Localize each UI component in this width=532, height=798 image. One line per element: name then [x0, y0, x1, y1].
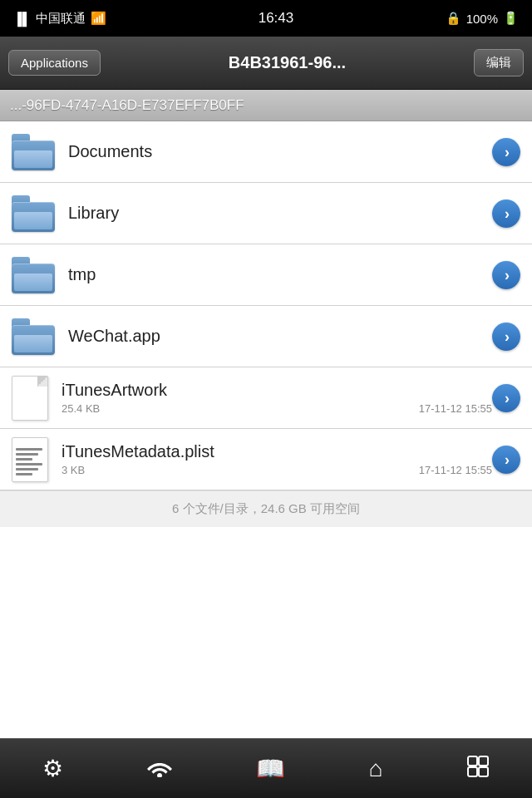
edit-button[interactable]: 编辑 — [474, 49, 524, 76]
chevron-right-icon: › — [505, 391, 510, 406]
signal-icon: ▐▌ — [13, 12, 31, 26]
file-info: iTunesMetadata.plist 3 KB 17-11-12 15:55 — [62, 442, 492, 476]
nav-bar: Applications B4B31961-96... 编辑 — [0, 37, 532, 90]
file-name: WeChat.app — [68, 327, 492, 346]
folder-icon — [12, 318, 55, 355]
status-left: ▐▌ 中国联通 📶 — [13, 11, 106, 27]
tab-home[interactable]: ⌂ — [352, 751, 400, 787]
status-bar: ▐▌ 中国联通 📶 16:43 🔒 100% 🔋 — [0, 0, 532, 37]
back-button[interactable]: Applications — [8, 50, 101, 76]
footer-status: 6 个文件/目录，24.6 GB 可用空间 — [0, 490, 532, 527]
tab-wifi[interactable] — [131, 751, 189, 787]
file-name: iTunesMetadata.plist — [62, 442, 492, 461]
file-info: WeChat.app — [68, 327, 492, 346]
wifi-icon: 📶 — [91, 11, 106, 26]
list-item[interactable]: iTunesMetadata.plist 3 KB 17-11-12 15:55… — [0, 429, 532, 490]
file-name: Documents — [68, 142, 492, 161]
doc-icon — [12, 376, 48, 421]
nav-title: B4B31961-96... — [101, 53, 474, 72]
file-name: tmp — [68, 265, 492, 284]
home-icon: ⌂ — [369, 757, 383, 781]
list-item[interactable]: Documents › — [0, 121, 532, 183]
file-meta: 3 KB 17-11-12 15:55 — [62, 464, 492, 476]
tab-windows[interactable] — [450, 748, 506, 789]
battery-label: 100% — [466, 12, 498, 26]
folder-icon — [12, 257, 55, 293]
folder-icon — [12, 195, 55, 232]
status-time: 16:43 — [259, 10, 294, 27]
chevron-button[interactable]: › — [492, 138, 520, 166]
book-icon: 📖 — [256, 757, 285, 781]
footer-text: 6 个文件/目录，24.6 GB 可用空间 — [172, 501, 360, 517]
settings-icon: ⚙ — [42, 757, 63, 781]
chevron-right-icon: › — [505, 206, 510, 221]
file-size: 25.4 KB — [62, 402, 100, 415]
wifi-tab-icon — [147, 757, 172, 781]
list-item[interactable]: tmp › — [0, 244, 532, 306]
tab-book[interactable]: 📖 — [239, 751, 302, 787]
plist-icon — [12, 437, 48, 482]
file-list: Documents › Library › — [0, 121, 532, 490]
svg-rect-2 — [468, 767, 477, 776]
windows-icon — [466, 755, 490, 782]
file-name: iTunesArtwork — [62, 381, 492, 400]
file-date: 17-11-12 15:55 — [419, 402, 492, 415]
chevron-right-icon: › — [505, 329, 510, 344]
list-item[interactable]: Library › — [0, 183, 532, 244]
lock-icon: 🔒 — [446, 11, 461, 26]
chevron-right-icon: › — [505, 268, 510, 283]
file-size: 3 KB — [62, 464, 85, 476]
list-item[interactable]: WeChat.app › — [0, 306, 532, 367]
sub-header: ...-96FD-4747-A16D-E737EFF7B0FF — [0, 90, 532, 121]
path-label: ...-96FD-4747-A16D-E737EFF7B0FF — [10, 97, 244, 114]
status-right: 🔒 100% 🔋 — [446, 11, 519, 26]
chevron-button[interactable]: › — [492, 261, 520, 289]
chevron-button[interactable]: › — [492, 384, 520, 412]
chevron-button[interactable]: › — [492, 323, 520, 351]
file-meta: 25.4 KB 17-11-12 15:55 — [62, 402, 492, 415]
chevron-button[interactable]: › — [492, 446, 520, 474]
carrier-label: 中国联通 — [36, 11, 86, 27]
folder-icon — [12, 134, 55, 170]
file-info: Library — [68, 204, 492, 223]
svg-rect-1 — [479, 756, 488, 766]
svg-rect-3 — [479, 767, 488, 776]
tab-bar: ⚙ 📖 ⌂ — [0, 738, 532, 798]
file-date: 17-11-12 15:55 — [419, 464, 492, 476]
file-info: Documents — [68, 142, 492, 161]
list-item[interactable]: iTunesArtwork 25.4 KB 17-11-12 15:55 › — [0, 367, 532, 429]
svg-rect-0 — [468, 756, 477, 766]
chevron-right-icon: › — [505, 452, 510, 467]
battery-icon: 🔋 — [503, 11, 519, 26]
chevron-button[interactable]: › — [492, 200, 520, 228]
file-info: iTunesArtwork 25.4 KB 17-11-12 15:55 — [62, 381, 492, 415]
chevron-right-icon: › — [505, 145, 510, 160]
file-name: Library — [68, 204, 492, 223]
file-info: tmp — [68, 265, 492, 284]
tab-settings[interactable]: ⚙ — [26, 751, 80, 787]
